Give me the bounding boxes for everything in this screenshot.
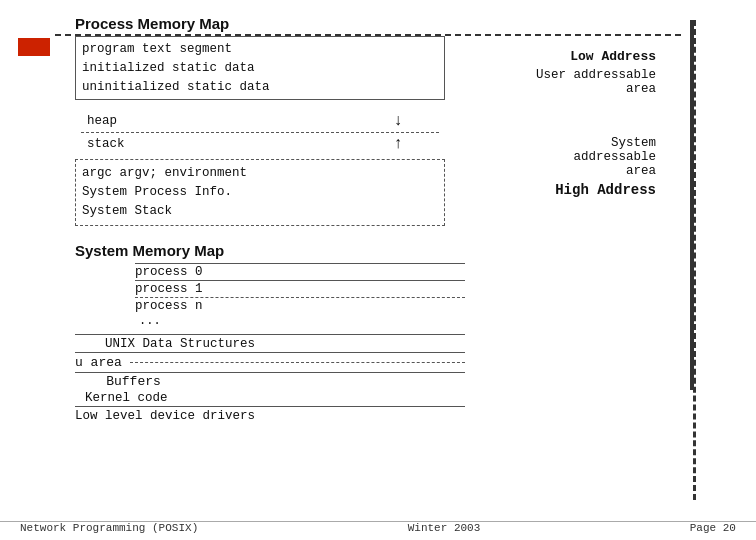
arrow-up-icon: ↑: [393, 135, 403, 153]
kernel-code-row: Kernel code: [75, 390, 465, 406]
u-area-dashed-line: [130, 362, 465, 363]
footer-right: Page 20: [690, 522, 736, 534]
unix-data-row: UNIX Data Structures: [75, 334, 465, 352]
init-static-line: initialized static data: [82, 59, 438, 78]
argc-line: argc argv; environment: [82, 164, 438, 183]
program-text-line: program text segment: [82, 40, 438, 59]
u-area-row: u area: [75, 352, 465, 372]
stack-line: stack ↑: [81, 133, 439, 159]
bottom-sections: UNIX Data Structures u area Buffers Kern…: [75, 334, 465, 424]
uninit-static-line: uninitialized static data: [82, 78, 438, 97]
high-address-label: High Address: [536, 182, 656, 198]
argc-section: argc argv; environment System Process In…: [75, 159, 445, 225]
heap-line: heap ↓: [81, 106, 439, 132]
low-address-label: Low Address: [536, 49, 656, 64]
system-memory-map-title: System Memory Map: [75, 242, 736, 259]
right-labels: Low Address User addressable area System…: [536, 25, 656, 198]
red-rectangle: [18, 38, 50, 56]
ellipsis: ...: [139, 314, 465, 328]
process-rows: process 0 process 1 process n ...: [135, 263, 465, 328]
stack-label: stack: [87, 137, 125, 151]
arrow-down-icon: ↓: [393, 112, 403, 130]
footer-center: Winter 2003: [408, 522, 481, 534]
process-top-box: program text segment initialized static …: [75, 36, 445, 100]
buffers-row: Buffers: [75, 372, 465, 390]
sys-process-line: System Process Info.: [82, 183, 438, 202]
low-level-row: Low level device drivers: [75, 406, 465, 424]
user-addressable-label: User addressable area: [536, 68, 656, 96]
footer-left: Network Programming (POSIX): [20, 522, 198, 534]
process-n-row: process n: [135, 297, 465, 314]
process-1-row: process 1: [135, 280, 465, 297]
heap-label: heap: [87, 114, 117, 128]
sys-stack-line: System Stack: [82, 202, 438, 221]
system-memory-map-section: System Memory Map process 0 process 1 pr…: [75, 242, 736, 424]
system-addressable-label: System addressable area: [536, 136, 656, 178]
process-0-row: process 0: [135, 263, 465, 280]
footer: Network Programming (POSIX) Winter 2003 …: [0, 521, 756, 534]
slide-container: Process Memory Map Low Address User addr…: [0, 0, 756, 540]
heap-container: heap ↓ stack ↑: [75, 100, 445, 159]
